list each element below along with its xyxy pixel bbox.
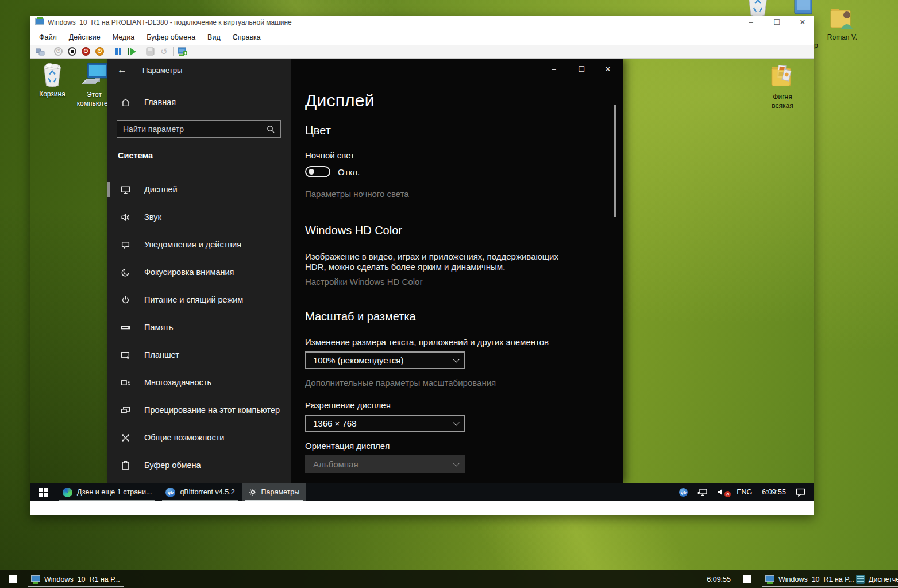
host-start-button[interactable]	[0, 570, 25, 588]
sidebar-item-notifications[interactable]: Уведомления и действия	[107, 233, 291, 256]
sidebar-item-clipboard[interactable]: Буфер обмена	[107, 454, 291, 477]
windows-logo-icon	[743, 575, 751, 583]
taskbar-item-settings[interactable]: Параметры	[242, 483, 307, 501]
settings-maximize-button[interactable]: ☐	[570, 62, 593, 77]
host-taskbar-item-vm[interactable]: Windows_10_R1 на Р...	[25, 570, 126, 588]
recycle-bin-label: Корзина	[32, 90, 73, 99]
menu-help[interactable]: Справка	[233, 33, 261, 41]
vm-maximize-button[interactable]: ☐	[767, 16, 787, 29]
host-recycle-bin-icon[interactable]	[745, 0, 770, 17]
host-user-folder-icon[interactable]: Roman V.	[822, 5, 863, 42]
hyperv-connect-icon	[31, 575, 40, 583]
vm-menubar: Файл Действие Медиа Буфер обмена Вид Спр…	[30, 29, 814, 45]
host-user-folder-label: Roman V.	[822, 33, 863, 42]
vm-folder-label-line2: всякая	[772, 102, 793, 110]
hdr-heading: Windows HD Color	[305, 224, 402, 237]
vm-folder-icon[interactable]: Фигня всякая	[762, 63, 803, 110]
sidebar-item-home[interactable]: Главная	[107, 91, 291, 114]
recycle-bin-icon[interactable]: Корзина	[32, 62, 73, 99]
night-light-state: Откл.	[338, 167, 360, 177]
tablet-icon	[121, 350, 130, 360]
night-light-settings-link: Параметры ночного света	[305, 189, 409, 199]
enhanced-session-icon[interactable]	[178, 47, 187, 56]
night-light-label: Ночной свет	[305, 150, 354, 160]
volume-muted-icon[interactable]: ✕	[718, 488, 727, 496]
notifications-icon	[121, 240, 130, 250]
host-taskbar: Windows_10_R1 на Р... 6:09:55 Windows_10…	[0, 570, 898, 588]
vm-taskbar: Дзен и еще 1 страни... qb qBittorrent v4…	[30, 483, 814, 501]
settings-close-button[interactable]: ✕	[596, 62, 619, 77]
host-start-button-2[interactable]	[735, 570, 758, 588]
sidebar-item-sound[interactable]: Звук	[107, 206, 291, 229]
hyperv-manager-icon	[856, 575, 865, 584]
menu-view[interactable]: Вид	[207, 33, 221, 41]
night-light-toggle[interactable]	[305, 166, 330, 177]
vm-minimize-button[interactable]: –	[741, 16, 761, 29]
language-indicator[interactable]: ENG	[737, 488, 752, 496]
windows-logo-icon	[39, 488, 48, 497]
vm-clock[interactable]: 6:09:55	[762, 488, 786, 496]
settings-search-box[interactable]	[117, 120, 281, 138]
host-clock[interactable]: 6:09:55	[678, 570, 731, 588]
network-icon[interactable]	[697, 488, 708, 497]
menu-clipboard[interactable]: Буфер обмена	[147, 33, 195, 41]
color-heading: Цвет	[305, 124, 331, 137]
menu-action[interactable]: Действие	[69, 33, 101, 41]
sidebar-item-tablet[interactable]: Планшет	[107, 343, 291, 366]
settings-window: ← Параметры Главная Систем	[107, 59, 623, 483]
orientation-dropdown: Альбомная	[305, 455, 465, 473]
resume-vm-icon[interactable]	[127, 47, 137, 56]
action-center-icon[interactable]	[796, 488, 805, 497]
host-taskbar-item-vm-2[interactable]: Windows_10_R1 на Р...	[760, 570, 860, 588]
shared-experiences-icon	[121, 433, 130, 443]
tray-qbittorrent-icon[interactable]: qb	[679, 488, 688, 497]
display-icon	[121, 185, 130, 195]
chevron-down-icon	[453, 460, 459, 466]
menu-media[interactable]: Медиа	[113, 33, 134, 41]
vm-folder-label-line1: Фигня	[773, 93, 792, 101]
settings-minimize-button[interactable]: –	[542, 62, 565, 77]
sidebar-item-projecting[interactable]: Проецирование на этот компьютер	[107, 399, 291, 421]
hdr-text-line2: HDR, можно сделать более ярким и динамич…	[305, 262, 505, 272]
vm-connection-window: Windows_10_R1 на PROLIANT-DL380 - подклю…	[30, 16, 814, 515]
power-icon	[121, 295, 130, 305]
search-input[interactable]	[117, 125, 267, 134]
host-taskbar-item-manager[interactable]: Диспетчер	[850, 570, 898, 588]
taskbar-item-edge[interactable]: Дзен и еще 1 страни...	[56, 483, 159, 501]
scale-heading: Масштаб и разметка	[305, 310, 416, 323]
pause-vm-icon[interactable]	[113, 47, 123, 56]
vm-window-titlebar[interactable]: Windows_10_R1 на PROLIANT-DL380 - подклю…	[30, 16, 814, 29]
hdr-settings-link: Настройки Windows HD Color	[305, 277, 422, 287]
taskbar-item-qbittorrent[interactable]: qb qBittorrent v4.5.2	[159, 483, 241, 501]
menu-file[interactable]: Файл	[39, 33, 57, 41]
resolution-dropdown[interactable]: 1366 × 768	[305, 415, 465, 432]
vm-window-title: Windows_10_R1 на PROLIANT-DL380 - подклю…	[48, 18, 292, 26]
revert-icon: ↺	[159, 47, 169, 56]
edge-icon	[63, 488, 72, 497]
vm-screen: Корзина Этот компьютер	[30, 59, 814, 501]
home-icon	[121, 98, 130, 107]
orientation-label: Ориентация дисплея	[305, 441, 390, 451]
sidebar-item-multitasking[interactable]: Многозадачность	[107, 371, 291, 394]
moon-icon	[121, 268, 130, 277]
clipboard-icon	[121, 461, 130, 470]
sidebar-item-focus[interactable]: Фокусировка внимания	[107, 261, 291, 284]
sidebar-item-power[interactable]: Питание и спящий режим	[107, 288, 291, 311]
ctrl-alt-del-icon[interactable]	[35, 47, 45, 56]
hidden-icon-label-fragment: р	[814, 41, 818, 49]
host-partial-icon[interactable]	[792, 0, 814, 16]
shut-down-vm-icon[interactable]: ⏻	[81, 47, 91, 56]
vm-start-button[interactable]	[30, 483, 56, 501]
back-arrow-icon[interactable]: ←	[117, 64, 127, 76]
scale-dropdown[interactable]: 100% (рекомендуется)	[305, 351, 465, 369]
turn-off-vm-icon[interactable]	[67, 47, 77, 56]
save-state-vm-icon[interactable]: ⏻	[95, 47, 105, 56]
sidebar-item-shared-experiences[interactable]: Общие возможности	[107, 426, 291, 449]
sidebar-item-display[interactable]: Дисплей	[107, 178, 291, 201]
vm-close-button[interactable]: ✕	[793, 16, 812, 29]
hyperv-connect-icon	[765, 575, 774, 583]
chevron-down-icon	[453, 419, 459, 425]
search-icon[interactable]	[267, 125, 280, 133]
sidebar-item-storage[interactable]: Память	[107, 316, 291, 339]
scrollbar-thumb[interactable]	[614, 105, 616, 217]
